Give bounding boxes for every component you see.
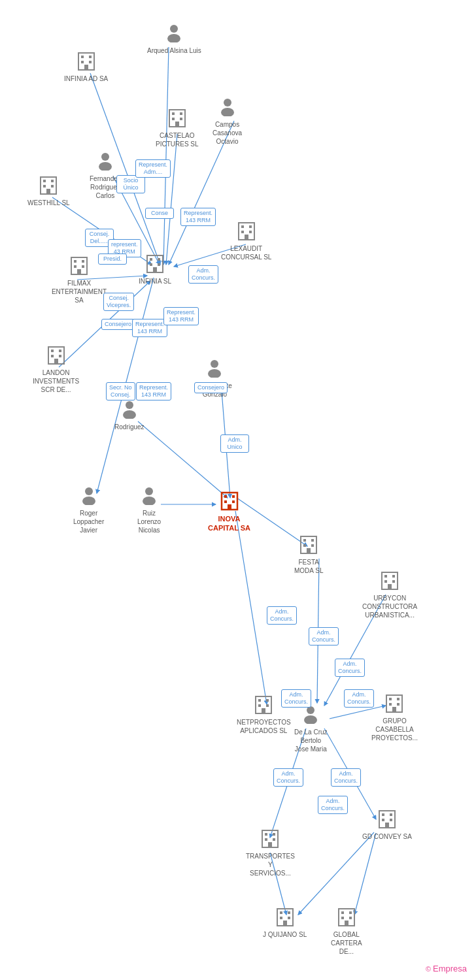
svg-rect-95 xyxy=(392,580,395,583)
person-icon-campos xyxy=(216,95,239,118)
badge-adm-unico: Adm.Unico xyxy=(220,434,249,453)
svg-rect-66 xyxy=(51,350,54,352)
svg-rect-93 xyxy=(392,575,395,578)
svg-rect-58 xyxy=(153,267,157,272)
badge-adm-concurs-3: Adm.Concurs. xyxy=(309,627,339,645)
svg-line-14 xyxy=(235,511,267,704)
building-icon-grupo-casabella xyxy=(382,691,406,715)
svg-rect-36 xyxy=(175,122,179,127)
svg-rect-56 xyxy=(150,263,152,266)
svg-point-71 xyxy=(126,401,133,409)
svg-rect-68 xyxy=(51,355,54,357)
svg-rect-122 xyxy=(385,823,389,828)
node-infinia-ad: INFINIA AD SA xyxy=(64,49,108,83)
label-j-quijano: J QUIJANO SL xyxy=(263,930,307,939)
svg-rect-33 xyxy=(180,112,182,115)
svg-rect-89 xyxy=(311,544,314,547)
badge-socio-unico: SocioÚnico xyxy=(116,175,145,193)
node-rodriguez: Rodriguez xyxy=(114,397,144,431)
label-filmax: FILMAXENTERTAINMENT SA xyxy=(50,279,109,304)
badge-represent-143-4: Represent.143 RRM xyxy=(136,382,171,400)
building-icon-global-cartera xyxy=(335,905,358,928)
svg-point-39 xyxy=(101,153,109,161)
svg-rect-127 xyxy=(288,917,290,919)
svg-point-74 xyxy=(208,369,221,378)
building-icon-castelao xyxy=(165,106,189,129)
svg-rect-99 xyxy=(266,699,269,702)
label-roger: RogerLoppacherJavier xyxy=(73,509,104,534)
badge-presid: Presid. xyxy=(98,253,127,265)
svg-rect-45 xyxy=(51,185,54,188)
svg-rect-49 xyxy=(249,225,252,228)
label-global-cartera: GLOBALCARTERADE... xyxy=(331,930,362,956)
person-icon-arqued xyxy=(162,21,186,44)
node-urbycon: URBYCONCONSTRUCTORAURBANISTICA... xyxy=(362,568,417,619)
svg-rect-126 xyxy=(280,917,282,919)
node-castelao: CASTELAOPICTURES SL xyxy=(156,106,199,148)
badge-adm-concurs-9: Adm.Concurs. xyxy=(331,768,361,787)
svg-point-72 xyxy=(123,410,136,419)
label-campos: CamposCasanovaOctavio xyxy=(212,120,242,146)
node-global-cartera: GLOBALCARTERADE... xyxy=(331,905,362,956)
svg-rect-44 xyxy=(43,185,46,188)
svg-rect-113 xyxy=(273,833,275,836)
copyright: © Empresa xyxy=(426,964,467,973)
svg-rect-57 xyxy=(158,263,160,266)
label-rodriguez: Rodriguez xyxy=(114,423,144,431)
svg-rect-62 xyxy=(74,265,76,268)
svg-rect-50 xyxy=(241,231,244,233)
svg-rect-42 xyxy=(43,180,46,182)
svg-rect-118 xyxy=(382,813,384,816)
badge-represent-143-3: Represent.143 RRM xyxy=(163,307,199,325)
svg-rect-28 xyxy=(81,61,84,63)
svg-rect-61 xyxy=(82,260,84,263)
svg-rect-26 xyxy=(81,56,84,58)
svg-rect-102 xyxy=(262,708,265,713)
building-icon-infinia-sl xyxy=(143,252,167,275)
badge-adm-concurs-1: Adm.Concurs. xyxy=(188,265,218,284)
badge-consejero-2: Consejero xyxy=(194,382,228,393)
svg-rect-98 xyxy=(258,699,261,702)
svg-rect-108 xyxy=(389,703,392,706)
person-icon-diaz xyxy=(203,356,226,380)
badge-adm-concurs-6: Adm.Concurs. xyxy=(344,689,374,708)
svg-rect-131 xyxy=(349,911,352,914)
svg-rect-116 xyxy=(268,842,272,847)
svg-rect-83 xyxy=(232,500,235,503)
svg-point-103 xyxy=(307,706,314,714)
label-grupo-casabella: GRUPOCASABELLAPROYECTOS... xyxy=(371,717,418,742)
svg-rect-92 xyxy=(384,575,387,578)
label-infinia-ad: INFINIA AD SA xyxy=(64,74,108,83)
svg-rect-130 xyxy=(341,911,344,914)
label-lexaudit: LEXAUDITCONCURSAL SL xyxy=(221,244,271,261)
svg-rect-114 xyxy=(265,838,267,841)
building-icon-filmax xyxy=(67,253,91,277)
svg-rect-119 xyxy=(390,813,392,816)
svg-point-75 xyxy=(85,487,93,495)
svg-point-23 xyxy=(170,25,178,33)
svg-rect-60 xyxy=(74,260,76,263)
svg-rect-51 xyxy=(249,231,252,233)
person-icon-fernandez xyxy=(94,149,117,172)
svg-rect-88 xyxy=(303,544,306,547)
label-infinia-sl: INFINIA SL xyxy=(139,277,171,286)
svg-rect-106 xyxy=(389,698,392,700)
svg-rect-82 xyxy=(224,500,227,503)
svg-line-22 xyxy=(298,832,374,915)
person-icon-ruiz xyxy=(137,483,161,507)
label-delacruz: De La CruzBertoloJose Maria xyxy=(294,728,328,753)
svg-rect-43 xyxy=(51,180,54,182)
building-icon-transportes xyxy=(258,826,282,850)
svg-point-73 xyxy=(211,360,218,368)
svg-rect-35 xyxy=(180,118,182,120)
node-landon: LANDONINVESTMENTSSCR DE... xyxy=(33,343,79,394)
node-campos: CamposCasanovaOctavio xyxy=(212,95,242,146)
svg-rect-86 xyxy=(303,539,306,542)
svg-rect-120 xyxy=(382,819,384,821)
badge-consej-vicepres: Consej.Vicepres. xyxy=(103,293,134,311)
node-festa: FESTAMODA SL xyxy=(294,532,323,575)
svg-rect-128 xyxy=(283,921,287,926)
badge-adm-concurs-4: Adm.Concurs. xyxy=(335,659,365,677)
svg-rect-87 xyxy=(311,539,314,542)
svg-rect-110 xyxy=(392,707,396,712)
